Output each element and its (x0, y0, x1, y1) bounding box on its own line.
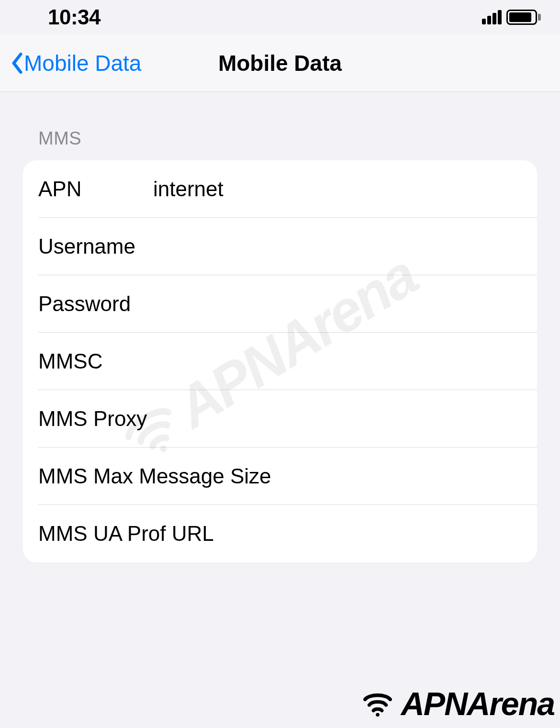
svg-point-1 (376, 713, 380, 717)
row-label-password: Password (38, 292, 153, 316)
row-password[interactable]: Password (23, 275, 537, 333)
input-mms-proxy[interactable] (153, 407, 537, 431)
back-button[interactable]: Mobile Data (11, 50, 141, 76)
row-label-apn: APN (38, 177, 153, 201)
settings-group-mms: APN Username Password MMSC MMS Proxy MMS… (23, 160, 537, 562)
row-label-mms-max-size: MMS Max Message Size (38, 464, 271, 488)
row-mms-ua-prof[interactable]: MMS UA Prof URL (23, 505, 537, 562)
row-mms-max-size[interactable]: MMS Max Message Size (23, 448, 537, 505)
chevron-left-icon (11, 52, 23, 74)
content: MMS APN Username Password MMSC MMS Proxy… (0, 92, 560, 562)
status-bar: 10:34 (0, 0, 560, 34)
nav-header: Mobile Data Mobile Data (0, 34, 560, 92)
status-icons (482, 10, 541, 25)
input-mms-ua-prof[interactable] (214, 522, 537, 546)
input-password[interactable] (153, 292, 537, 316)
row-mmsc[interactable]: MMSC (23, 333, 537, 390)
row-username[interactable]: Username (23, 218, 537, 275)
signal-icon (482, 10, 502, 24)
page-title: Mobile Data (218, 50, 342, 76)
row-apn[interactable]: APN (23, 160, 537, 218)
row-label-mms-proxy: MMS Proxy (38, 407, 153, 431)
wifi-icon (356, 687, 399, 720)
input-mms-max-size[interactable] (271, 464, 537, 488)
brand-logo-text: APNArena (401, 685, 554, 722)
brand-logo: APNArena (356, 685, 554, 722)
status-time: 10:34 (48, 5, 101, 29)
row-mms-proxy[interactable]: MMS Proxy (23, 390, 537, 448)
battery-icon (506, 10, 541, 25)
row-label-mms-ua-prof: MMS UA Prof URL (38, 522, 214, 546)
input-apn[interactable] (153, 177, 537, 201)
input-username[interactable] (153, 235, 537, 258)
row-label-mmsc: MMSC (38, 349, 153, 373)
section-header-mms: MMS (38, 128, 537, 149)
row-label-username: Username (38, 235, 153, 258)
input-mmsc[interactable] (153, 349, 537, 373)
back-label: Mobile Data (24, 50, 141, 76)
